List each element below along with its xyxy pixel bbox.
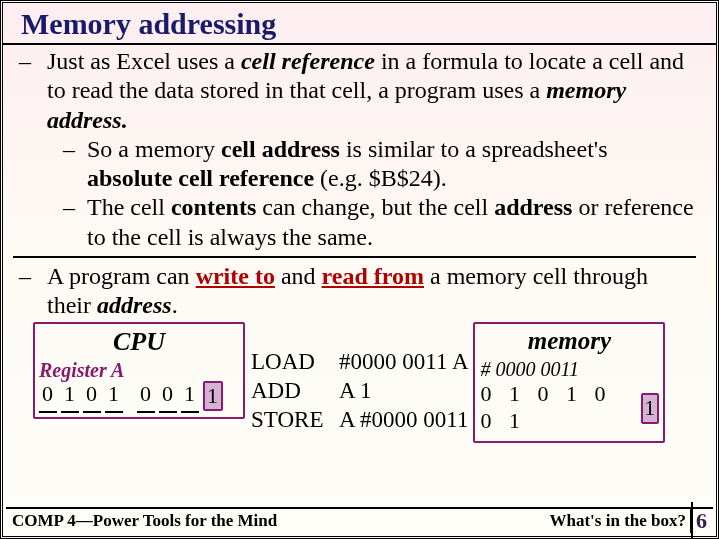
instr-op: STORE bbox=[251, 406, 339, 435]
bit: 0 bbox=[159, 381, 177, 412]
register-bits: 0 1 0 1 0 0 1 1 bbox=[39, 381, 239, 412]
bit: 1 bbox=[181, 381, 199, 412]
bullet-1-text: Just as Excel uses a cell reference in a… bbox=[47, 47, 696, 135]
instruction-block: LOAD #0000 0011 A ADD A 1 STORE A #0000 … bbox=[251, 322, 469, 434]
footer-text: What's in the box? bbox=[550, 509, 693, 533]
diagram-row: CPU Register A 0 1 0 1 0 0 1 1 LOAD #00 bbox=[13, 322, 696, 443]
content-area: – Just as Excel uses a cell reference in… bbox=[3, 45, 716, 445]
bullet-2-text: A program can write to and read from a m… bbox=[47, 262, 696, 321]
instr-row: LOAD #0000 0011 A bbox=[251, 348, 469, 377]
bit: 0 bbox=[83, 381, 101, 412]
bit: 0 bbox=[39, 381, 57, 412]
footer-left: COMP 4—Power Tools for the Mind bbox=[8, 511, 277, 531]
memory-box: memory # 0000 0011 0 1 0 1 0 0 1 1 bbox=[473, 322, 665, 443]
footer: COMP 4—Power Tools for the Mind What's i… bbox=[6, 507, 713, 533]
instr-op: LOAD bbox=[251, 348, 339, 377]
memory-address: # 0000 0011 bbox=[481, 357, 659, 381]
memory-bits: 0 1 0 1 0 0 1 1 bbox=[481, 381, 659, 435]
cpu-box: CPU Register A 0 1 0 1 0 0 1 1 bbox=[33, 322, 245, 419]
bullet-1: – Just as Excel uses a cell reference in… bbox=[19, 47, 696, 135]
bit: 1 bbox=[105, 381, 123, 412]
bit-highlight: 1 bbox=[641, 393, 658, 424]
memory-title: memory bbox=[481, 326, 659, 357]
instr-args: A #0000 0011 bbox=[339, 406, 469, 435]
instr-op: ADD bbox=[251, 377, 339, 406]
bullet-1-2-text: The cell contents can change, but the ce… bbox=[87, 193, 696, 252]
bullet-dash: – bbox=[19, 47, 47, 135]
slide: Memory addressing – Just as Excel uses a… bbox=[0, 0, 719, 539]
slide-title: Memory addressing bbox=[3, 3, 716, 45]
bullet-dash: – bbox=[63, 135, 87, 194]
instr-args: #0000 0011 A bbox=[339, 348, 469, 377]
register-label: Register A bbox=[39, 358, 239, 382]
footer-right: What's in the box? 6 bbox=[550, 508, 712, 534]
bit: 1 bbox=[61, 381, 79, 412]
page-number: 6 bbox=[692, 508, 711, 534]
bullet-1-2: – The cell contents can change, but the … bbox=[63, 193, 696, 252]
bullet-dash: – bbox=[19, 262, 47, 321]
bullet-2: – A program can write to and read from a… bbox=[19, 262, 696, 321]
bullet-1-1: – So a memory cell address is similar to… bbox=[63, 135, 696, 194]
bit-highlight: 1 bbox=[203, 381, 223, 412]
bullet-dash: – bbox=[63, 193, 87, 252]
bullet-1-1-text: So a memory cell address is similar to a… bbox=[87, 135, 696, 194]
instr-row: STORE A #0000 0011 bbox=[251, 406, 469, 435]
divider bbox=[13, 256, 696, 258]
instr-row: ADD A 1 bbox=[251, 377, 469, 406]
bit: 0 bbox=[137, 381, 155, 412]
cpu-title: CPU bbox=[39, 326, 239, 358]
instr-args: A 1 bbox=[339, 377, 372, 406]
